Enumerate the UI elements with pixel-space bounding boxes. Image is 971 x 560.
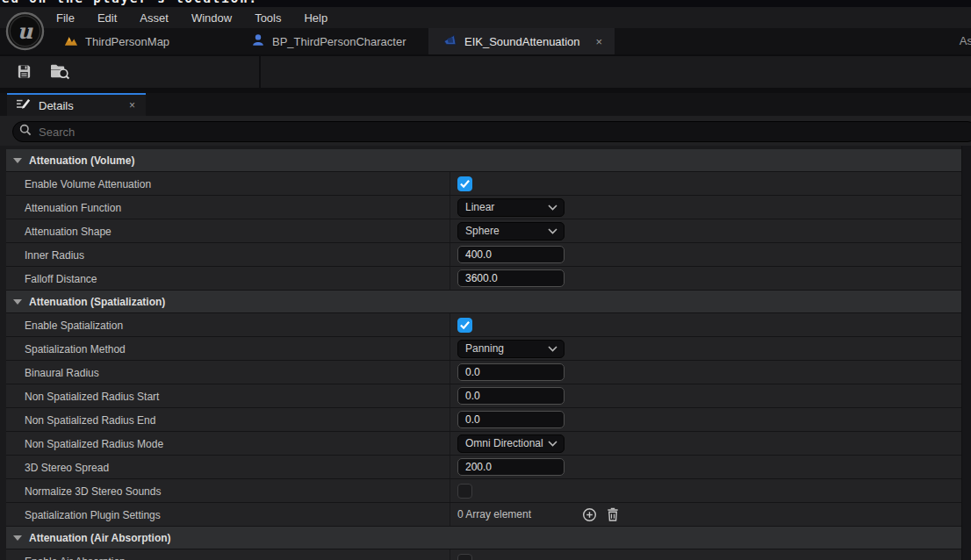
property-row-non-spatialized-radius-mode: Non Spatialized Radius ModeOmni Directio… <box>6 432 962 456</box>
section-header-attenuation-volume-[interactable]: Attenuation (Volume) <box>6 149 962 172</box>
column-divider[interactable] <box>450 313 450 336</box>
checkbox-checked[interactable] <box>457 176 472 191</box>
expander-triangle-icon[interactable] <box>13 535 22 541</box>
checkbox-checked[interactable] <box>457 318 472 333</box>
search-icon <box>19 124 32 140</box>
value-area: Linear <box>457 196 565 219</box>
property-label: Attenuation Function <box>25 202 121 214</box>
property-label: Non Spatialized Radius End <box>25 414 155 427</box>
property-label: Spatialization Method <box>25 343 126 355</box>
svg-text:u: u <box>18 18 33 44</box>
property-label: Non Spatialized Radius Start <box>25 391 159 403</box>
property-label: Enable Spatialization <box>25 319 123 332</box>
browse-to-asset-button[interactable] <box>47 62 72 83</box>
dropdown-select[interactable]: Panning <box>457 340 565 358</box>
menu-file[interactable]: File <box>56 11 75 25</box>
expander-triangle-icon[interactable] <box>13 158 22 163</box>
details-tab-close-icon[interactable]: × <box>129 99 135 111</box>
menu-bar: FileEditAssetWindowToolsHelp <box>0 7 971 28</box>
tab-bp-thirdpersoncharacter[interactable]: BP_ThirdPersonCharacter <box>251 28 406 54</box>
level-map-icon <box>63 33 78 50</box>
array-value: 0 Array element <box>457 507 619 522</box>
value-area: 0 Array element <box>457 503 619 526</box>
tab-eik-soundattenuation[interactable]: EIK_SoundAttenuation × <box>428 28 615 54</box>
input-value: 400.0 <box>465 248 492 261</box>
column-divider[interactable] <box>450 456 450 478</box>
property-row-spatialization-plugin-settings: Spatialization Plugin Settings0 Array el… <box>6 503 962 527</box>
tab-details[interactable]: Details × <box>7 93 146 116</box>
property-row-attenuation-shape: Attenuation ShapeSphere <box>6 219 962 243</box>
numeric-input[interactable]: 0.0 <box>457 387 565 405</box>
section-header-attenuation-air-absorption-[interactable]: Attenuation (Air Absorption) <box>6 527 962 549</box>
value-area: Omni Directional <box>457 432 565 455</box>
value-area: 400.0 <box>457 243 565 266</box>
dropdown-selected-value: Omni Directional <box>465 437 543 449</box>
checkbox-unchecked[interactable] <box>457 554 472 560</box>
property-row-binaural-radius: Binaural Radius0.0 <box>6 361 962 384</box>
value-area: 0.0 <box>457 408 565 431</box>
numeric-input[interactable]: 400.0 <box>457 246 565 263</box>
numeric-input[interactable]: 0.0 <box>457 363 565 381</box>
menu-asset[interactable]: Asset <box>140 11 169 25</box>
property-row-attenuation-function: Attenuation FunctionLinear <box>6 196 962 219</box>
search-row: Search <box>0 116 971 146</box>
property-row-non-spatialized-radius-start: Non Spatialized Radius Start0.0 <box>6 384 962 408</box>
search-placeholder: Search <box>39 126 75 139</box>
property-label: Spatialization Plugin Settings <box>25 509 161 521</box>
section-header-attenuation-spatialization-[interactable]: Attenuation (Spatialization) <box>6 291 962 313</box>
column-divider[interactable] <box>450 267 450 290</box>
property-row-spatialization-method: Spatialization MethodPanning <box>6 337 962 361</box>
column-divider[interactable] <box>450 408 450 431</box>
property-row-3d-stereo-spread: 3D Stereo Spread200.0 <box>6 456 962 479</box>
numeric-input[interactable]: 0.0 <box>457 411 565 428</box>
menu-tools[interactable]: Tools <box>255 11 281 25</box>
property-row-non-spatialized-radius-end: Non Spatialized Radius End0.0 <box>6 408 962 432</box>
column-divider[interactable] <box>450 479 450 502</box>
column-divider[interactable] <box>450 337 450 360</box>
column-divider[interactable] <box>450 503 450 526</box>
tab-label: EIK_SoundAttenuation <box>464 35 580 48</box>
search-input[interactable]: Search <box>12 121 971 142</box>
numeric-input[interactable]: 200.0 <box>457 458 565 476</box>
dropdown-selected-value: Sphere <box>465 225 500 237</box>
input-value: 0.0 <box>465 390 480 402</box>
input-value: 0.0 <box>465 413 480 426</box>
dropdown-select[interactable]: Omni Directional <box>457 434 565 453</box>
section-title: Attenuation (Volume) <box>29 154 134 167</box>
dropdown-select[interactable]: Linear <box>457 198 565 217</box>
property-row-enable-air-absorption: Enable Air Absorption <box>6 549 962 560</box>
column-divider[interactable] <box>450 432 450 455</box>
expander-triangle-icon[interactable] <box>13 299 22 305</box>
property-label: Attenuation Shape <box>25 226 111 238</box>
clear-array-icon[interactable] <box>607 507 619 521</box>
property-row-enable-spatialization: Enable Spatialization <box>6 313 962 337</box>
tab-thirdpersonmap[interactable]: ThirdPersonMap <box>63 28 169 54</box>
asset-tab-bar: ThirdPersonMap BP_ThirdPersonCharacter E… <box>0 28 971 54</box>
column-divider[interactable] <box>450 196 450 219</box>
menu-edit[interactable]: Edit <box>97 11 117 25</box>
dropdown-select[interactable]: Sphere <box>457 222 565 241</box>
column-divider[interactable] <box>450 384 450 407</box>
array-count-text: 0 Array element <box>457 508 531 521</box>
column-divider[interactable] <box>450 219 450 242</box>
background-clipped-text: ed on the player's location. <box>2 0 258 5</box>
column-divider[interactable] <box>450 172 450 195</box>
input-value: 200.0 <box>465 461 492 473</box>
menu-help[interactable]: Help <box>304 11 327 25</box>
property-label: Binaural Radius <box>25 367 99 379</box>
unreal-engine-logo-icon[interactable]: u <box>5 11 45 51</box>
checkbox-unchecked[interactable] <box>457 484 472 499</box>
property-label: Inner Radius <box>25 249 84 262</box>
browse-to-asset-icon <box>49 62 70 83</box>
add-array-element-icon[interactable] <box>582 507 597 522</box>
toolbar-divider <box>259 56 261 88</box>
sound-attenuation-icon <box>442 33 457 50</box>
vertical-scrollbar[interactable] <box>961 146 971 560</box>
save-button[interactable] <box>11 62 36 83</box>
column-divider[interactable] <box>450 361 450 384</box>
column-divider[interactable] <box>450 243 450 266</box>
column-divider[interactable] <box>450 549 450 560</box>
numeric-input[interactable]: 3600.0 <box>457 269 565 287</box>
menu-window[interactable]: Window <box>191 11 232 25</box>
tab-close-icon[interactable]: × <box>595 35 602 48</box>
